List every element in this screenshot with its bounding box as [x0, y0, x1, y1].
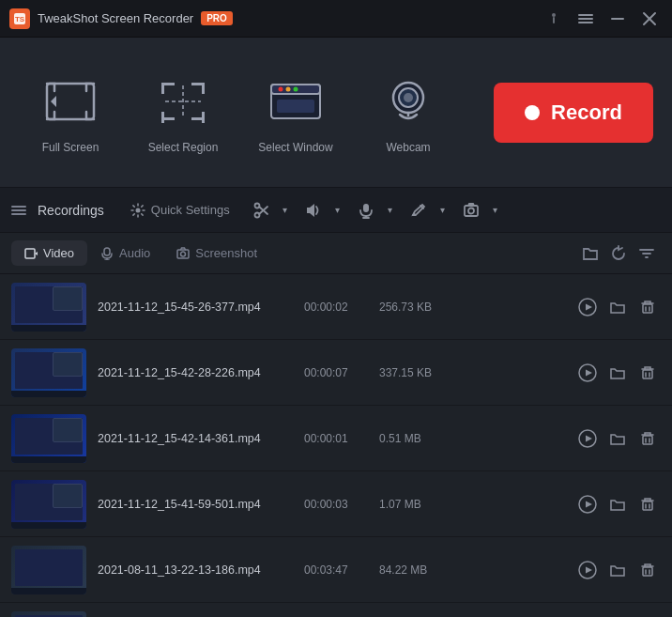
open-file-folder-button[interactable]: [604, 294, 631, 320]
svg-rect-7: [611, 18, 624, 20]
trim-chevron[interactable]: ▾: [277, 194, 294, 226]
delete-file-button[interactable]: [634, 557, 661, 583]
play-button[interactable]: [574, 360, 601, 386]
svg-rect-70: [643, 501, 652, 510]
file-row: 2021-08-11_13-14-51-192.mp4 00:00:15 6.0…: [0, 603, 672, 617]
screenshot-chevron[interactable]: ▾: [487, 194, 504, 226]
thumbnail-wrap: [11, 611, 86, 618]
svg-rect-65: [643, 436, 652, 444]
delete-file-button[interactable]: [634, 294, 661, 320]
mic-chevron[interactable]: ▾: [382, 194, 399, 226]
play-button[interactable]: [574, 557, 601, 583]
file-size: 0.51 MB: [379, 432, 454, 445]
annotation-button[interactable]: [403, 194, 435, 226]
thumbnail-wrap: NEW: [11, 414, 86, 463]
file-list: NEW 2021-11-12_15-45-26-377.mp4 00:00:02…: [0, 274, 672, 617]
thumbnail-wrap: [11, 546, 86, 594]
thumbnail-window: [53, 352, 83, 377]
tab-screenshot-label: Screenshot: [195, 246, 257, 260]
capture-region[interactable]: Select Region: [131, 52, 235, 174]
svg-point-25: [294, 86, 298, 91]
trim-icon-group: ▾: [245, 194, 294, 226]
tab-audio[interactable]: Audio: [87, 240, 163, 266]
svg-rect-60: [643, 370, 652, 378]
svg-text:TS: TS: [15, 15, 25, 23]
annotation-chevron[interactable]: ▾: [435, 194, 451, 226]
file-info: 2021-11-12_15-42-28-226.mp4 00:00:07 337…: [98, 366, 563, 379]
svg-point-29: [404, 93, 413, 102]
refresh-button[interactable]: [604, 239, 633, 268]
file-size: 337.15 KB: [379, 366, 454, 379]
recordings-label: Recordings: [38, 203, 104, 218]
quick-settings-button[interactable]: Quick Settings: [123, 199, 237, 222]
record-dot: [525, 105, 540, 120]
close-button[interactable]: [636, 6, 663, 32]
svg-rect-14: [202, 83, 205, 94]
play-button[interactable]: [574, 491, 601, 517]
menu-button[interactable]: [573, 6, 599, 32]
svg-marker-69: [586, 501, 592, 507]
open-file-folder-button[interactable]: [604, 360, 631, 386]
pin-button[interactable]: [541, 6, 567, 32]
thumbnail-wrap: NEW: [11, 480, 86, 529]
tab-video-label: Video: [43, 246, 74, 260]
capture-fullscreen[interactable]: Full Screen: [19, 52, 122, 174]
thumbnail-wrap: NEW: [11, 283, 86, 332]
file-duration: 00:00:02: [304, 301, 379, 314]
svg-rect-26: [277, 100, 314, 113]
screenshot-icon-group: ▾: [455, 194, 504, 226]
capture-window[interactable]: Select Window: [244, 52, 347, 174]
mic-icon-group: ▾: [350, 194, 399, 226]
open-file-folder-button[interactable]: [604, 557, 631, 583]
thumbnail: [11, 348, 86, 397]
file-duration: 00:00:07: [304, 366, 379, 379]
open-folder-button[interactable]: [576, 239, 604, 268]
tab-video[interactable]: Video: [11, 240, 87, 266]
svg-point-2: [552, 13, 556, 17]
capture-webcam[interactable]: Webcam: [357, 52, 460, 174]
svg-rect-45: [104, 248, 110, 255]
menu-lines-icon: [11, 206, 26, 215]
play-button[interactable]: [574, 425, 601, 452]
screenshot-button[interactable]: [455, 194, 487, 226]
thumbnail-content: [15, 549, 83, 586]
thumbnail-taskbar: [11, 456, 86, 463]
delete-file-button[interactable]: [634, 425, 661, 452]
open-file-folder-button[interactable]: [604, 425, 631, 452]
file-name: 2021-08-11_13-22-13-186.mp4: [98, 563, 304, 577]
app-title: TweakShot Screen Recorder: [38, 11, 193, 25]
thumbnail-taskbar: [11, 325, 86, 332]
svg-rect-3: [553, 17, 555, 23]
mic-button[interactable]: [350, 194, 382, 226]
trim-button[interactable]: [245, 194, 277, 226]
play-button[interactable]: [574, 294, 601, 320]
file-size: 1.07 MB: [379, 498, 454, 511]
svg-rect-75: [643, 567, 652, 576]
thumbnail-wrap: NEW: [11, 348, 86, 397]
region-label: Select Region: [148, 141, 219, 154]
delete-file-button[interactable]: [634, 360, 661, 386]
sort-button[interactable]: [633, 239, 661, 268]
volume-icon-group: ▾: [298, 194, 346, 226]
svg-rect-16: [161, 112, 164, 123]
pro-badge: PRO: [201, 11, 233, 25]
record-button[interactable]: Record: [494, 83, 653, 143]
open-file-folder-button[interactable]: [604, 491, 631, 517]
thumbnail-window: [53, 286, 83, 311]
file-info: 2021-08-11_13-22-13-186.mp4 00:03:47 84.…: [98, 563, 563, 577]
file-actions: [574, 491, 661, 517]
svg-point-42: [468, 208, 474, 213]
delete-file-button[interactable]: [634, 491, 661, 517]
minimize-button[interactable]: [604, 6, 631, 32]
volume-chevron[interactable]: ▾: [329, 194, 346, 226]
file-info: 2021-11-12_15-41-59-501.mp4 00:00:03 1.0…: [98, 498, 563, 511]
main-content: Recordings Quick Settings ▾: [0, 188, 672, 617]
app-logo: TS: [9, 8, 30, 29]
volume-button[interactable]: [298, 194, 329, 226]
thumbnail-taskbar: [11, 391, 86, 397]
quick-settings-label: Quick Settings: [151, 203, 230, 217]
file-row: NEW 2021-11-12_15-45-26-377.mp4 00:00:02…: [0, 274, 672, 340]
thumbnail-taskbar: [11, 522, 86, 529]
svg-rect-12: [161, 83, 164, 94]
tab-screenshot[interactable]: Screenshot: [163, 240, 270, 266]
